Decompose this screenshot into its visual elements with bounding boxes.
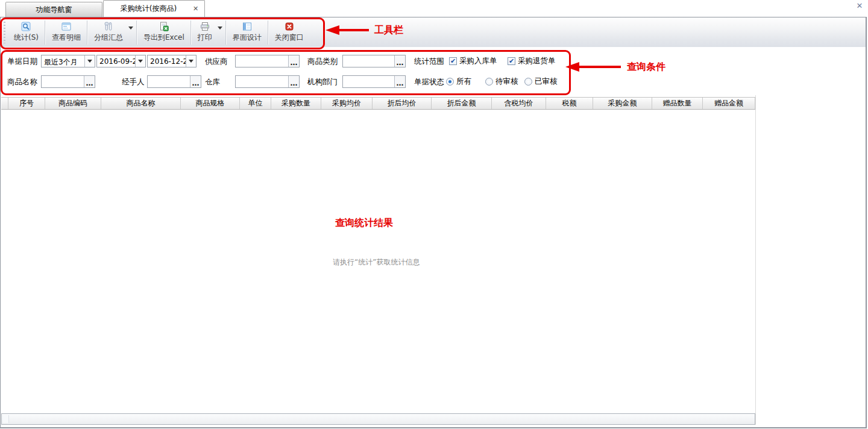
- toolbar-grip-handle[interactable]: [4, 22, 5, 43]
- status-bar-chip: [2, 415, 9, 423]
- button-label: 统计(S): [14, 33, 39, 43]
- radio-label: 已审核: [535, 77, 558, 87]
- close-window-button[interactable]: 关闭窗口: [269, 18, 309, 47]
- date-from-combo[interactable]: 2016-09-22: [96, 55, 146, 67]
- group-summary-button[interactable]: 分组汇总: [89, 18, 128, 47]
- ellipsis-icon[interactable]: …: [190, 76, 201, 87]
- category-label: 商品类别: [307, 57, 338, 66]
- grid-empty-hint: 请执行“统计”获取统计信息: [333, 257, 420, 268]
- date-from-value: 2016-09-22: [97, 55, 135, 67]
- radio-audited[interactable]: 已审核: [524, 77, 558, 87]
- warehouse-input[interactable]: [236, 76, 288, 87]
- radio-all[interactable]: 所有: [446, 77, 471, 87]
- button-label: 关闭窗口: [275, 33, 304, 43]
- ellipsis-icon[interactable]: …: [288, 55, 299, 67]
- column-header-gift-amt[interactable]: 赠品金额: [703, 98, 755, 109]
- date-to-value: 2016-12-22: [148, 55, 186, 67]
- ellipsis-icon[interactable]: …: [394, 76, 405, 87]
- column-header-taxed-avg[interactable]: 含税均价: [492, 98, 546, 109]
- column-header-discount-amt[interactable]: 折后金额: [432, 98, 492, 109]
- ellipsis-icon[interactable]: …: [288, 76, 299, 87]
- statistics-search-icon: [21, 22, 31, 31]
- window-border: [0, 17, 1, 428]
- supplier-lookup: …: [235, 55, 300, 67]
- toolbar-separator: [268, 20, 269, 45]
- toolbar-separator: [136, 20, 137, 45]
- export-excel-button[interactable]: 导出到Excel: [138, 18, 190, 47]
- view-detail-button[interactable]: 查看明细: [46, 18, 86, 47]
- date-preset-combo[interactable]: 最近3个月: [41, 55, 95, 67]
- column-header-product-code[interactable]: 商品编码: [45, 98, 101, 109]
- ellipsis-icon[interactable]: …: [84, 76, 95, 87]
- handler-input[interactable]: [148, 76, 190, 87]
- app-window: 功能导航窗 采购统计(按商品) ✕ ✕ 统计(S) 查看明细: [0, 0, 868, 429]
- checkbox-label: 采购入库单: [459, 56, 497, 66]
- checkbox-checked-icon[interactable]: ✔: [508, 57, 515, 65]
- button-label: 查看明细: [52, 33, 81, 43]
- result-annotation-text: 查询统计结果: [335, 217, 393, 230]
- button-label: 打印: [198, 33, 212, 43]
- tab-close-icon[interactable]: ✕: [192, 5, 200, 13]
- query-annotation-text: 查询条件: [627, 61, 665, 74]
- column-header-discount-avg[interactable]: 折后均价: [373, 98, 432, 109]
- column-header-unit[interactable]: 单位: [240, 98, 271, 109]
- status-label: 单据状态: [414, 77, 444, 86]
- category-lookup: …: [342, 55, 406, 67]
- column-header-gift-qty[interactable]: 赠品数量: [652, 98, 703, 109]
- handler-lookup: …: [147, 75, 201, 88]
- print-dropdown-icon[interactable]: [218, 27, 222, 30]
- print-button[interactable]: 打印: [192, 18, 218, 47]
- window-close-icon[interactable]: ✕: [855, 1, 864, 11]
- view-detail-icon: [61, 22, 71, 31]
- category-input[interactable]: [343, 55, 394, 67]
- column-header-purchase-amt[interactable]: 采购金额: [593, 98, 652, 109]
- grid-header-row: 序号 商品编码 商品名称 商品规格 单位 采购数量 采购均价 折后均价 折后金额…: [1, 97, 755, 110]
- column-header-purchase-avg[interactable]: 采购均价: [321, 98, 373, 109]
- statistics-button[interactable]: 统计(S): [8, 18, 44, 47]
- ui-design-button[interactable]: 界面设计: [227, 18, 267, 47]
- checkbox-purchase-return[interactable]: ✔ 采购退货单: [508, 56, 556, 66]
- supplier-label: 供应商: [205, 57, 228, 66]
- product-name-label: 商品名称: [7, 77, 37, 86]
- checkbox-purchase-inbound[interactable]: ✔ 采购入库单: [449, 56, 497, 66]
- radio-label: 所有: [456, 77, 471, 87]
- chevron-down-icon[interactable]: [84, 55, 95, 67]
- product-name-input[interactable]: [42, 76, 84, 87]
- supplier-input[interactable]: [236, 55, 288, 67]
- department-label: 机构部门: [307, 77, 338, 86]
- toolbar-separator: [225, 20, 227, 45]
- checkbox-label: 采购退货单: [518, 56, 556, 66]
- tab-purchase-stats[interactable]: 采购统计(按商品) ✕: [103, 0, 205, 17]
- column-header-purchase-qty[interactable]: 采购数量: [271, 98, 321, 109]
- radio-unselected-icon[interactable]: [524, 78, 532, 86]
- checkbox-checked-icon[interactable]: ✔: [449, 57, 457, 65]
- row-indicator-cell: [1, 98, 8, 109]
- tab-function-nav[interactable]: 功能导航窗: [5, 2, 102, 17]
- tab-bar: 功能导航窗 采购统计(按商品) ✕ ✕: [0, 0, 868, 17]
- scope-label: 统计范围: [414, 57, 444, 66]
- radio-selected-icon[interactable]: [446, 78, 454, 86]
- arrow-left-icon: [565, 62, 579, 72]
- grid-right-edge: [755, 95, 756, 425]
- radio-unselected-icon[interactable]: [485, 78, 493, 86]
- print-icon: [200, 22, 210, 31]
- doc-date-label: 单据日期: [7, 57, 37, 66]
- chevron-down-icon[interactable]: [135, 55, 145, 67]
- group-summary-dropdown-icon[interactable]: [128, 27, 133, 30]
- radio-pending-audit[interactable]: 待审核: [485, 77, 518, 87]
- column-header-seq[interactable]: 序号: [8, 98, 45, 109]
- date-preset-value: 最近3个月: [42, 55, 84, 67]
- column-header-product-name[interactable]: 商品名称: [101, 98, 181, 109]
- close-window-icon: [285, 22, 294, 31]
- window-border: [866, 17, 867, 428]
- department-input[interactable]: [343, 76, 394, 87]
- handler-label: 经手人: [122, 77, 145, 86]
- chevron-down-icon[interactable]: [186, 55, 196, 67]
- status-bar: [1, 413, 755, 425]
- window-border: [0, 427, 867, 428]
- arrow-shaft: [577, 66, 621, 68]
- ellipsis-icon[interactable]: …: [394, 55, 405, 67]
- date-to-combo[interactable]: 2016-12-22: [147, 55, 197, 67]
- column-header-tax-amt[interactable]: 税额: [546, 98, 593, 109]
- column-header-product-spec[interactable]: 商品规格: [181, 98, 240, 109]
